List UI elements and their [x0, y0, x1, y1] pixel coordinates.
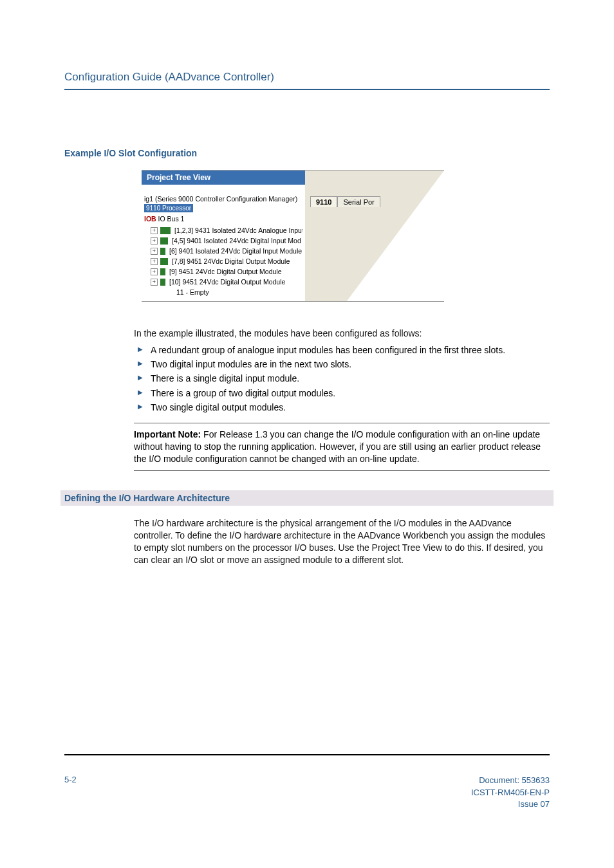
tree-item[interactable]: + [4,5] 9401 Isolated 24Vdc Digital Inpu… — [144, 235, 302, 246]
tree-iob-node[interactable]: IOB IO Bus 1 — [144, 215, 302, 223]
tree-item-label: [7,8] 9451 24Vdc Digital Output Module — [172, 257, 290, 265]
note-rule-bottom — [134, 470, 550, 471]
iob-label: IO Bus 1 — [158, 215, 185, 223]
cutaway-wedge — [309, 171, 444, 301]
page-footer: 5-2 Document: 553633 ICSTT-RM405f-EN-P I… — [64, 775, 550, 810]
module-icon — [160, 237, 168, 245]
bullet-list: A redundant group of analogue input modu… — [134, 344, 550, 414]
footer-code: ICSTT-RM405f-EN-P — [471, 787, 550, 799]
module-icon — [160, 268, 165, 275]
list-item: Two single digital output modules. — [134, 401, 550, 414]
tree-item-label: [6] 9401 Isolated 24Vdc Digital Input Mo… — [169, 247, 302, 255]
expand-icon[interactable]: + — [151, 268, 158, 275]
expand-icon[interactable]: + — [151, 258, 158, 265]
footer-rule — [64, 754, 550, 755]
tree-item[interactable]: + [10] 9451 24Vdc Digital Output Module — [144, 277, 302, 287]
tree-root-node[interactable]: ig1 (Series 9000 Controller Configuratio… — [144, 195, 302, 203]
footer-issue: Issue 07 — [471, 799, 550, 810]
section-heading-defining: Defining the I/O Hardware Architecture — [60, 490, 554, 506]
page-number: 5-2 — [64, 775, 77, 784]
tree-item-label: [1,2,3] 9431 Isolated 24Vdc Analogue Inp… — [174, 226, 302, 234]
screenshot-figure: Project Tree View ig1 (Series 9000 Contr… — [142, 170, 444, 302]
list-item: Two digital input modules are in the nex… — [134, 358, 550, 371]
module-icon — [160, 227, 171, 234]
tree-item[interactable]: + [6] 9401 Isolated 24Vdc Digital Input … — [144, 246, 302, 256]
list-item: There is a single digital input module. — [134, 372, 550, 385]
tree-item[interactable]: + [1,2,3] 9431 Isolated 24Vdc Analogue I… — [144, 225, 302, 235]
header-rule — [64, 89, 550, 90]
expand-icon[interactable]: + — [151, 237, 158, 245]
intro-paragraph: In the example illustrated, the modules … — [134, 328, 550, 340]
expand-icon[interactable]: + — [151, 227, 158, 234]
important-note: Important Note: For Release 1.3 you can … — [134, 429, 550, 465]
section-heading-example: Example I/O Slot Configuration — [64, 148, 550, 158]
tab-area: 9110 Serial Por — [305, 171, 444, 301]
module-icon — [160, 279, 165, 286]
tree-item-label: [10] 9451 24Vdc Digital Output Module — [169, 278, 285, 286]
module-icon — [160, 248, 165, 255]
expand-icon[interactable]: + — [151, 279, 158, 286]
footer-doc: Document: 553633 — [471, 775, 550, 786]
tree-empty-slot[interactable]: 11 - Empty — [144, 288, 302, 296]
tree-item-label: [4,5] 9401 Isolated 24Vdc Digital Input … — [172, 237, 301, 245]
list-item: A redundant group of analogue input modu… — [134, 344, 550, 356]
project-tree-panel: Project Tree View ig1 (Series 9000 Contr… — [142, 171, 305, 301]
module-icon — [160, 258, 168, 265]
note-rule-top — [134, 423, 550, 423]
expand-icon[interactable]: + — [151, 248, 158, 255]
tree-item[interactable]: + [9] 9451 24Vdc Digital Output Module — [144, 266, 302, 277]
page-header-title: Configuration Guide (AADvance Controller… — [64, 71, 550, 84]
list-item: There is a group of two digital output m… — [134, 387, 550, 400]
defining-paragraph: The I/O hardware architecture is the phy… — [134, 517, 550, 566]
iob-prefix: IOB — [144, 215, 156, 223]
tree-item[interactable]: + [7,8] 9451 24Vdc Digital Output Module — [144, 256, 302, 266]
tree-item-label: [9] 9451 24Vdc Digital Output Module — [169, 268, 282, 275]
note-label: Important Note: — [134, 429, 201, 439]
tree-processor-node[interactable]: 9110 Processor — [144, 204, 193, 212]
tree-title-bar: Project Tree View — [142, 171, 305, 185]
